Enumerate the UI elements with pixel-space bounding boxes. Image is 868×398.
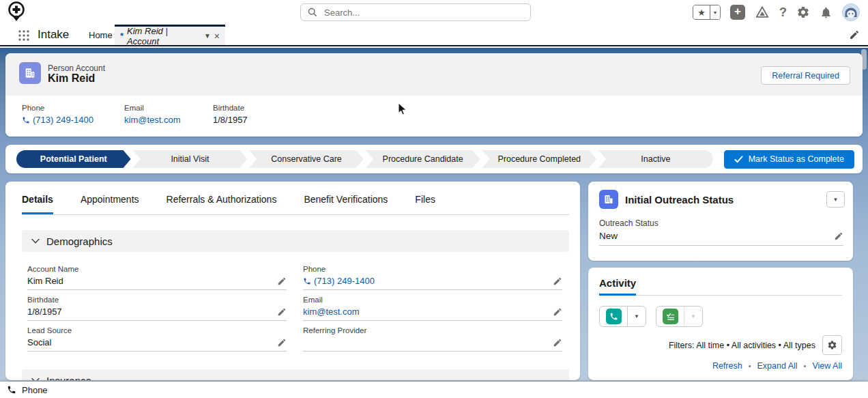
path-assistant: Potential Patient Initial Visit Conserva…: [5, 145, 863, 173]
phone-icon: [22, 116, 30, 124]
utility-phone-button[interactable]: Phone: [22, 385, 48, 395]
favorites-star-icon[interactable]: ★: [693, 5, 710, 19]
field-label: Birthdate: [27, 296, 287, 304]
edit-icon[interactable]: [553, 276, 562, 286]
path-stage-procedure-candidate[interactable]: Procedure Candidate: [366, 150, 480, 168]
stage-label: Conservative Care: [271, 154, 342, 164]
tab-files[interactable]: Files: [415, 194, 435, 214]
field-value: New: [599, 231, 618, 241]
guidance-center-icon[interactable]: [755, 5, 770, 20]
favorites-dropdown-icon[interactable]: ▼: [710, 5, 720, 19]
global-search[interactable]: [300, 3, 531, 21]
section-demographics[interactable]: Demographics: [22, 230, 569, 252]
field-value[interactable]: (713) 249-1400: [314, 276, 375, 286]
view-all-link[interactable]: View All: [812, 361, 842, 371]
phone-link[interactable]: (713) 249-1400: [22, 115, 124, 125]
highlight-field-phone: Phone (713) 249-1400: [22, 104, 124, 125]
edit-page-pencil-icon[interactable]: [849, 29, 860, 43]
phone-icon: [303, 277, 311, 285]
favorites-button-group[interactable]: ★ ▼: [693, 5, 721, 20]
tab-record-active[interactable]: * Kim Reid | Account ▼ ×: [115, 25, 225, 45]
app-logo-icon: [5, 1, 27, 27]
global-header: ★ ▼ + ?: [0, 0, 868, 25]
help-icon[interactable]: ?: [779, 5, 787, 20]
card-actions-chevron-down-icon[interactable]: ▼: [826, 191, 845, 208]
field-value: Kim Reid: [27, 276, 63, 286]
field-lead-source: Lead Source Social: [27, 326, 287, 352]
stage-label: Potential Patient: [40, 154, 107, 164]
stage-label: Procedure Completed: [497, 154, 581, 164]
page-background: Person Account Kim Reid Referral Require…: [0, 48, 868, 382]
referral-required-button[interactable]: Referral Required: [761, 66, 850, 85]
search-input[interactable]: [323, 7, 523, 18]
stage-label: Initial Visit: [171, 154, 209, 164]
path-stage-initial-visit[interactable]: Initial Visit: [133, 150, 248, 168]
new-task-button-group: ▼: [656, 306, 703, 327]
email-link[interactable]: kim@test.com: [124, 115, 213, 125]
edit-icon[interactable]: [277, 338, 287, 347]
stage-label: Inactive: [641, 154, 670, 164]
tab-appointments[interactable]: Appointments: [81, 194, 139, 214]
demographics-fields: Account Name Kim Reid Phone (713) 249-14…: [27, 265, 562, 352]
chevron-down-icon: [31, 378, 40, 380]
new-task-button[interactable]: [656, 307, 684, 326]
log-a-call-button-group: ▼: [599, 306, 646, 327]
setup-gear-icon[interactable]: [796, 5, 810, 19]
record-title: Kim Reid: [48, 72, 95, 85]
account-icon: [599, 190, 618, 209]
field-phone: Phone (713) 249-1400: [303, 265, 562, 290]
avatar[interactable]: [842, 3, 860, 21]
phone-value[interactable]: (713) 249-1400: [33, 115, 93, 125]
edit-icon[interactable]: [277, 276, 287, 286]
phone-icon: [7, 385, 16, 395]
refresh-link[interactable]: Refresh: [712, 361, 742, 371]
app-nav-bar: Intake Home * Kim Reid | Account ▼ ×: [0, 25, 868, 46]
field-label: Phone: [22, 104, 124, 112]
tab-details[interactable]: Details: [22, 194, 53, 214]
notifications-bell-icon[interactable]: [820, 6, 833, 19]
new-task-dropdown-icon: ▼: [684, 307, 702, 326]
path-stage-conservative-care[interactable]: Conservative Care: [249, 150, 364, 168]
check-icon: [734, 156, 743, 163]
activity-filters-summary: Filters: All time • All activities • All…: [669, 341, 815, 350]
tab-activity[interactable]: Activity: [599, 277, 636, 296]
tab-chevron-down-icon[interactable]: ▼: [204, 32, 211, 40]
record-highlights-card: Person Account Kim Reid Referral Require…: [5, 53, 863, 137]
app-name: Intake: [38, 28, 69, 42]
phone-link[interactable]: (713) 249-1400: [303, 276, 375, 286]
edit-icon[interactable]: [834, 231, 843, 241]
edit-icon[interactable]: [277, 307, 287, 317]
app-launcher-waffle-icon[interactable]: [18, 29, 30, 44]
filters-gear-icon[interactable]: [822, 335, 842, 355]
field-birthdate: Birthdate 1/8/1957: [27, 296, 287, 321]
path-stage-procedure-completed[interactable]: Procedure Completed: [482, 150, 596, 168]
tab-referrals-authorizations[interactable]: Referrals & Authorizations: [167, 194, 277, 214]
expand-all-link[interactable]: Expand All: [757, 361, 798, 371]
stage-label: Procedure Candidate: [383, 154, 463, 164]
birthdate-value: 1/8/1957: [213, 115, 248, 125]
dot-separator: •: [804, 362, 807, 370]
entity-type-label: Person Account: [48, 63, 105, 73]
tab-home[interactable]: Home: [83, 25, 118, 45]
section-insurance[interactable]: Insurance: [22, 369, 569, 380]
new-task-icon: [663, 309, 678, 324]
field-referring-provider: Referring Provider: [303, 326, 562, 352]
path-stage-potential-patient[interactable]: Potential Patient: [16, 150, 131, 168]
dot-separator: •: [749, 362, 751, 370]
edit-icon[interactable]: [553, 338, 562, 347]
field-label: Outreach Status: [599, 218, 843, 228]
path-stage-inactive[interactable]: Inactive: [598, 150, 713, 168]
record-detail-card: Details Appointments Referrals & Authori…: [5, 182, 580, 380]
path-track: Potential Patient Initial Visit Conserva…: [16, 150, 713, 168]
tab-benefit-verifications[interactable]: Benefit Verifications: [304, 194, 388, 214]
edit-icon[interactable]: [553, 307, 562, 317]
mark-status-complete-button[interactable]: Mark Status as Complete: [724, 150, 854, 169]
global-actions-icon[interactable]: +: [730, 5, 745, 20]
section-title: Insurance: [46, 375, 91, 381]
log-a-call-dropdown-icon[interactable]: ▼: [628, 307, 646, 326]
tab-close-icon[interactable]: ×: [214, 33, 220, 40]
field-label: Email: [124, 104, 213, 112]
card-title: Initial Outreach Status: [625, 194, 734, 205]
email-link[interactable]: kim@test.com: [303, 307, 360, 317]
log-a-call-button[interactable]: [600, 307, 628, 326]
